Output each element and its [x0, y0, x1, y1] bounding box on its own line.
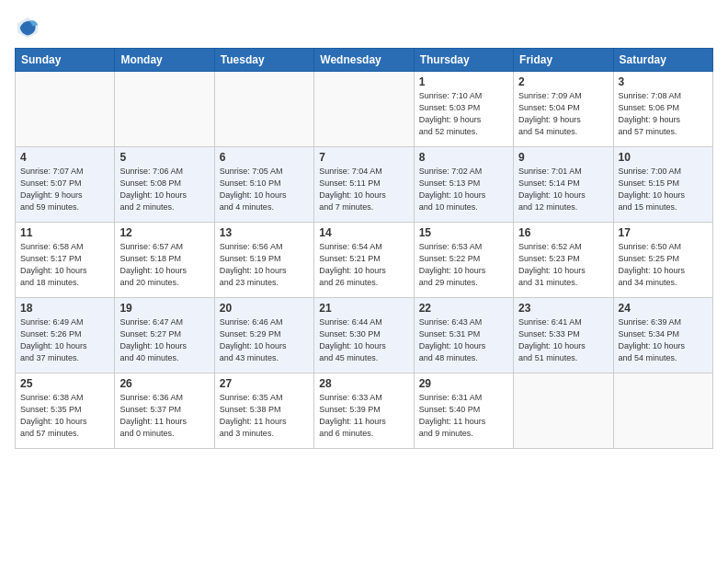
calendar-cell: 20Sunrise: 6:46 AM Sunset: 5:29 PM Dayli…	[214, 298, 313, 373]
calendar-cell: 3Sunrise: 7:08 AM Sunset: 5:06 PM Daylig…	[613, 72, 712, 147]
day-number: 3	[619, 75, 708, 88]
calendar-cell: 4Sunrise: 7:07 AM Sunset: 5:07 PM Daylig…	[16, 147, 115, 223]
calendar-week-row: 4Sunrise: 7:07 AM Sunset: 5:07 PM Daylig…	[16, 147, 713, 223]
day-info: Sunrise: 7:04 AM Sunset: 5:11 PM Dayligh…	[319, 166, 408, 213]
calendar-cell	[115, 72, 214, 147]
day-number: 4	[20, 151, 109, 164]
day-info: Sunrise: 6:43 AM Sunset: 5:31 PM Dayligh…	[419, 316, 508, 364]
day-number: 16	[518, 226, 608, 239]
day-number: 19	[119, 302, 209, 315]
calendar-week-row: 1Sunrise: 7:10 AM Sunset: 5:03 PM Daylig…	[16, 72, 713, 147]
day-number: 21	[319, 302, 408, 315]
calendar-cell: 29Sunrise: 6:31 AM Sunset: 5:40 PM Dayli…	[414, 373, 513, 449]
day-info: Sunrise: 7:05 AM Sunset: 5:10 PM Dayligh…	[220, 166, 309, 213]
day-info: Sunrise: 6:57 AM Sunset: 5:18 PM Dayligh…	[119, 241, 209, 289]
day-info: Sunrise: 7:01 AM Sunset: 5:14 PM Dayligh…	[518, 166, 608, 213]
calendar-cell: 28Sunrise: 6:33 AM Sunset: 5:39 PM Dayli…	[314, 373, 414, 449]
column-header-monday: Monday	[115, 49, 214, 72]
day-number: 1	[419, 75, 508, 88]
calendar-cell: 15Sunrise: 6:53 AM Sunset: 5:22 PM Dayli…	[414, 223, 513, 298]
calendar-cell: 24Sunrise: 6:39 AM Sunset: 5:34 PM Dayli…	[613, 298, 712, 373]
calendar-cell: 9Sunrise: 7:01 AM Sunset: 5:14 PM Daylig…	[514, 147, 613, 223]
day-info: Sunrise: 7:06 AM Sunset: 5:08 PM Dayligh…	[119, 166, 209, 213]
day-info: Sunrise: 6:35 AM Sunset: 5:38 PM Dayligh…	[220, 392, 309, 440]
calendar-cell: 21Sunrise: 6:44 AM Sunset: 5:30 PM Dayli…	[314, 298, 414, 373]
day-info: Sunrise: 6:47 AM Sunset: 5:27 PM Dayligh…	[119, 316, 209, 364]
column-header-friday: Friday	[514, 49, 613, 72]
calendar-cell: 1Sunrise: 7:10 AM Sunset: 5:03 PM Daylig…	[414, 72, 513, 147]
calendar-cell: 22Sunrise: 6:43 AM Sunset: 5:31 PM Dayli…	[414, 298, 513, 373]
day-info: Sunrise: 6:54 AM Sunset: 5:21 PM Dayligh…	[319, 241, 408, 289]
day-info: Sunrise: 6:36 AM Sunset: 5:37 PM Dayligh…	[119, 392, 209, 440]
day-info: Sunrise: 7:00 AM Sunset: 5:15 PM Dayligh…	[619, 166, 708, 213]
calendar-cell: 6Sunrise: 7:05 AM Sunset: 5:10 PM Daylig…	[214, 147, 313, 223]
calendar-cell: 26Sunrise: 6:36 AM Sunset: 5:37 PM Dayli…	[115, 373, 214, 449]
day-info: Sunrise: 6:56 AM Sunset: 5:19 PM Dayligh…	[220, 241, 309, 289]
day-number: 29	[419, 377, 508, 390]
column-header-saturday: Saturday	[613, 49, 712, 72]
day-info: Sunrise: 6:33 AM Sunset: 5:39 PM Dayligh…	[319, 392, 408, 440]
header	[15, 15, 713, 40]
day-number: 27	[220, 377, 309, 390]
calendar-cell: 23Sunrise: 6:41 AM Sunset: 5:33 PM Dayli…	[514, 298, 613, 373]
calendar-week-row: 25Sunrise: 6:38 AM Sunset: 5:35 PM Dayli…	[16, 373, 713, 449]
day-number: 9	[518, 151, 608, 164]
calendar-cell: 19Sunrise: 6:47 AM Sunset: 5:27 PM Dayli…	[115, 298, 214, 373]
day-number: 10	[619, 151, 708, 164]
day-info: Sunrise: 6:58 AM Sunset: 5:17 PM Dayligh…	[20, 241, 109, 289]
logo	[15, 15, 44, 40]
calendar-cell	[613, 373, 712, 449]
day-info: Sunrise: 6:53 AM Sunset: 5:22 PM Dayligh…	[419, 241, 508, 289]
calendar-cell: 18Sunrise: 6:49 AM Sunset: 5:26 PM Dayli…	[16, 298, 115, 373]
day-number: 14	[319, 226, 408, 239]
day-number: 13	[220, 226, 309, 239]
column-header-sunday: Sunday	[16, 49, 115, 72]
calendar-cell	[314, 72, 414, 147]
day-number: 7	[319, 151, 408, 164]
calendar-cell: 12Sunrise: 6:57 AM Sunset: 5:18 PM Dayli…	[115, 223, 214, 298]
logo-icon	[15, 15, 40, 40]
column-header-wednesday: Wednesday	[314, 49, 414, 72]
day-number: 17	[619, 226, 708, 239]
day-info: Sunrise: 6:38 AM Sunset: 5:35 PM Dayligh…	[20, 392, 109, 440]
day-info: Sunrise: 7:09 AM Sunset: 5:04 PM Dayligh…	[518, 90, 608, 138]
calendar-week-row: 11Sunrise: 6:58 AM Sunset: 5:17 PM Dayli…	[16, 223, 713, 298]
calendar-cell	[514, 373, 613, 449]
day-number: 8	[419, 151, 508, 164]
day-info: Sunrise: 7:08 AM Sunset: 5:06 PM Dayligh…	[619, 90, 708, 138]
day-number: 15	[419, 226, 508, 239]
day-info: Sunrise: 6:44 AM Sunset: 5:30 PM Dayligh…	[319, 316, 408, 364]
day-number: 28	[319, 377, 408, 390]
day-info: Sunrise: 6:49 AM Sunset: 5:26 PM Dayligh…	[20, 316, 109, 364]
calendar-cell: 8Sunrise: 7:02 AM Sunset: 5:13 PM Daylig…	[414, 147, 513, 223]
day-info: Sunrise: 6:46 AM Sunset: 5:29 PM Dayligh…	[220, 316, 309, 364]
day-number: 2	[518, 75, 608, 88]
calendar-header-row: SundayMondayTuesdayWednesdayThursdayFrid…	[16, 49, 713, 72]
calendar-cell: 16Sunrise: 6:52 AM Sunset: 5:23 PM Dayli…	[514, 223, 613, 298]
day-info: Sunrise: 6:41 AM Sunset: 5:33 PM Dayligh…	[518, 316, 608, 364]
calendar-cell: 5Sunrise: 7:06 AM Sunset: 5:08 PM Daylig…	[115, 147, 214, 223]
calendar-cell: 14Sunrise: 6:54 AM Sunset: 5:21 PM Dayli…	[314, 223, 414, 298]
day-number: 5	[119, 151, 209, 164]
day-info: Sunrise: 6:39 AM Sunset: 5:34 PM Dayligh…	[619, 316, 708, 364]
day-number: 12	[119, 226, 209, 239]
day-info: Sunrise: 7:07 AM Sunset: 5:07 PM Dayligh…	[20, 166, 109, 213]
day-number: 20	[220, 302, 309, 315]
day-info: Sunrise: 6:31 AM Sunset: 5:40 PM Dayligh…	[419, 392, 508, 440]
day-number: 23	[518, 302, 608, 315]
day-info: Sunrise: 6:52 AM Sunset: 5:23 PM Dayligh…	[518, 241, 608, 289]
calendar-cell: 11Sunrise: 6:58 AM Sunset: 5:17 PM Dayli…	[16, 223, 115, 298]
column-header-thursday: Thursday	[414, 49, 513, 72]
day-info: Sunrise: 7:02 AM Sunset: 5:13 PM Dayligh…	[419, 166, 508, 213]
day-number: 24	[619, 302, 708, 315]
calendar-cell: 27Sunrise: 6:35 AM Sunset: 5:38 PM Dayli…	[214, 373, 313, 449]
calendar-cell: 7Sunrise: 7:04 AM Sunset: 5:11 PM Daylig…	[314, 147, 414, 223]
day-number: 26	[119, 377, 209, 390]
calendar-cell: 10Sunrise: 7:00 AM Sunset: 5:15 PM Dayli…	[613, 147, 712, 223]
day-info: Sunrise: 7:10 AM Sunset: 5:03 PM Dayligh…	[419, 90, 508, 138]
day-number: 22	[419, 302, 508, 315]
calendar-cell	[16, 72, 115, 147]
calendar-cell: 2Sunrise: 7:09 AM Sunset: 5:04 PM Daylig…	[514, 72, 613, 147]
day-number: 18	[20, 302, 109, 315]
day-number: 11	[20, 226, 109, 239]
